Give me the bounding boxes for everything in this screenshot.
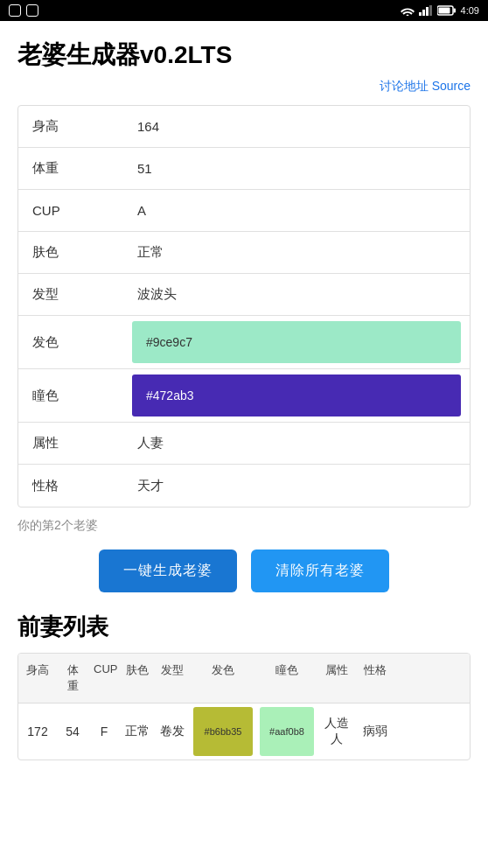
- header-shuxing: 属性: [317, 654, 356, 703]
- battery-icon: [437, 5, 457, 16]
- property-row-fase: 发色 #9ce9c7: [18, 316, 470, 369]
- source-link[interactable]: 讨论地址 Source: [0, 72, 488, 94]
- svg-rect-0: [419, 12, 422, 16]
- status-dot-2: [26, 4, 38, 17]
- header-faxing: 发型: [155, 654, 190, 703]
- row-tizhong: 54: [57, 704, 88, 760]
- row-fuse: 正常: [120, 704, 155, 760]
- row-shuxing: 人造人: [317, 704, 356, 760]
- value-fase-container: #9ce9c7: [123, 316, 470, 368]
- label-tongse: 瞳色: [18, 369, 123, 422]
- label-shengao: 身高: [18, 106, 123, 147]
- count-label: 你的第2个老婆: [0, 508, 488, 534]
- header-cup: CUP: [88, 654, 120, 703]
- svg-rect-6: [438, 8, 450, 14]
- row-tongse: #aaf0b8: [256, 704, 317, 760]
- header-tizhong: 体重: [57, 654, 88, 703]
- row-xingge: 病弱: [356, 704, 394, 760]
- label-fuse: 肤色: [18, 232, 123, 273]
- value-fuse: 正常: [123, 232, 470, 273]
- label-xingge: 性格: [18, 465, 123, 507]
- wives-table: 身高 体重 CUP 肤色 发型 发色 瞳色 属性: [17, 653, 471, 760]
- property-row-shengao: 身高 164: [18, 106, 470, 148]
- header-fuse: 肤色: [120, 654, 155, 703]
- property-row-xingge: 性格 天才: [18, 465, 470, 507]
- wifi-icon: [401, 5, 415, 16]
- value-cup: A: [123, 190, 470, 231]
- row-shengao: 172: [18, 704, 57, 760]
- status-bar: 4:09: [0, 0, 488, 21]
- app-title: 老婆生成器v0.2LTS: [17, 38, 471, 72]
- property-row-tongse: 瞳色 #472ab3: [18, 369, 470, 423]
- value-faxing: 波波头: [123, 274, 470, 315]
- property-table: 身高 164 体重 51 CUP A 肤色 正常 发型 波波头 发色 #9ce9…: [17, 105, 471, 508]
- header-shengao: 身高: [18, 654, 57, 703]
- value-shengao: 164: [123, 106, 470, 147]
- svg-rect-2: [426, 7, 429, 16]
- label-faxing: 发型: [18, 274, 123, 315]
- value-xingge: 天才: [123, 465, 470, 507]
- value-tizhong: 51: [123, 148, 470, 189]
- tongse-color-swatch: #472ab3: [132, 374, 461, 416]
- header-xingge: 性格: [356, 654, 394, 703]
- property-row-shuxing: 属性 人妻: [18, 423, 470, 465]
- property-row-fuse: 肤色 正常: [18, 232, 470, 274]
- value-shuxing: 人妻: [123, 423, 470, 464]
- svg-rect-3: [429, 5, 432, 16]
- svg-rect-5: [453, 9, 456, 13]
- fase-color-swatch: #9ce9c7: [132, 321, 461, 363]
- row-faxing: 卷发: [155, 704, 190, 760]
- status-bar-left: [9, 4, 38, 17]
- tongse-swatch: #aaf0b8: [260, 707, 314, 756]
- table-row: 172 54 F 正常 卷发 #b6bb35 #aaf0b8 人造人: [18, 704, 470, 760]
- svg-rect-1: [422, 10, 425, 16]
- status-time: 4:09: [461, 5, 479, 16]
- main-content: 老婆生成器v0.2LTS 讨论地址 Source 身高 164 体重 51 CU…: [0, 21, 488, 795]
- property-row-cup: CUP A: [18, 190, 470, 232]
- button-row: 一键生成老婆 清除所有老婆: [0, 534, 488, 608]
- label-tizhong: 体重: [18, 148, 123, 189]
- value-tongse-container: #472ab3: [123, 369, 470, 422]
- fase-swatch: #b6bb35: [193, 707, 253, 756]
- wives-table-header: 身高 体重 CUP 肤色 发型 发色 瞳色 属性: [18, 654, 470, 704]
- status-dot-1: [9, 4, 21, 17]
- status-bar-right: 4:09: [401, 5, 479, 16]
- property-row-faxing: 发型 波波头: [18, 274, 470, 316]
- label-fase: 发色: [18, 316, 123, 368]
- header-fase: 发色: [190, 654, 256, 703]
- signal-icon: [419, 5, 433, 16]
- clear-button[interactable]: 清除所有老婆: [251, 550, 389, 592]
- title-section: 老婆生成器v0.2LTS: [0, 21, 488, 72]
- row-cup: F: [88, 704, 120, 760]
- property-row-tizhong: 体重 51: [18, 148, 470, 190]
- label-shuxing: 属性: [18, 423, 123, 464]
- generate-button[interactable]: 一键生成老婆: [99, 550, 237, 592]
- row-fase: #b6bb35: [190, 704, 256, 760]
- header-tongse: 瞳色: [256, 654, 317, 703]
- label-cup: CUP: [18, 190, 123, 231]
- list-title: 前妻列表: [0, 608, 488, 653]
